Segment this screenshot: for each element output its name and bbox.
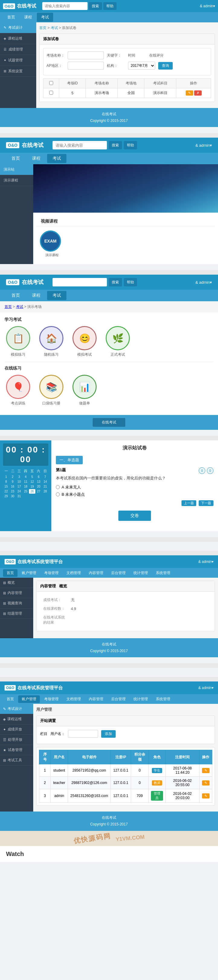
s5-nav-content[interactable]: 内容管理 bbox=[85, 569, 107, 577]
edit-user-1[interactable]: ✎ bbox=[202, 768, 210, 773]
s5-sidebar-video[interactable]: ⊞ 视频查询 bbox=[0, 598, 33, 609]
s6-nav-home[interactable]: 首页 bbox=[3, 695, 17, 703]
s6-nav-exam[interactable]: 考场管理 bbox=[41, 695, 62, 703]
query-button[interactable]: 查询 bbox=[158, 62, 173, 70]
practice-item-1[interactable]: 🎈 考点训练 bbox=[5, 375, 32, 406]
s5-sidebar-overview[interactable]: ⊞ 概览 bbox=[0, 578, 33, 588]
question-nav: 上一题 下一题 bbox=[56, 500, 213, 506]
edit-user-3[interactable]: ✎ bbox=[202, 793, 210, 799]
front-help-btn[interactable]: 帮助 bbox=[124, 141, 137, 150]
s6-add-btn[interactable]: 添加 bbox=[101, 730, 115, 738]
practice-item-2[interactable]: 📚 口袋练习册 bbox=[38, 375, 65, 406]
edit-button[interactable]: ✎ bbox=[186, 91, 193, 95]
user-info[interactable]: & admin▾ bbox=[200, 4, 215, 8]
nav-exam[interactable]: 考试 bbox=[37, 13, 53, 22]
s3-nav-exam[interactable]: 考试 bbox=[47, 291, 66, 300]
time-select[interactable]: 2017年7月 bbox=[128, 62, 155, 70]
s3-breadcrumb: 首页 > 考试 > 演示考场 bbox=[0, 301, 218, 312]
s5-nav-exam[interactable]: 考场管理 bbox=[41, 569, 62, 577]
s5-nav-home[interactable]: 首页 bbox=[3, 569, 17, 577]
sidebar-item-course-ops[interactable]: ◈ 课程运维 bbox=[0, 33, 36, 44]
front-user[interactable]: & admin▾ bbox=[195, 143, 212, 148]
s5-user[interactable]: & admin▾ bbox=[198, 560, 213, 564]
s6-sidebar-process[interactable]: ☰ 处理开放 bbox=[0, 735, 33, 745]
exam-type-random[interactable]: 🏠 随机练习 bbox=[38, 326, 65, 357]
nav-course[interactable]: 课程 bbox=[20, 13, 36, 22]
s6-nav-doc[interactable]: 文档管理 bbox=[63, 695, 85, 703]
front-sidebar-course[interactable]: 演示课程 bbox=[0, 175, 33, 186]
s6-nav-account[interactable]: 账户管理 bbox=[18, 695, 40, 703]
s3-search-input[interactable] bbox=[52, 278, 107, 286]
s3-bc-home[interactable]: 首页 bbox=[5, 305, 12, 309]
s6-sidebar-course[interactable]: ◈ 课程运维 bbox=[0, 714, 33, 724]
s6-nav-content[interactable]: 内容管理 bbox=[85, 695, 107, 703]
s3-bc-exam[interactable]: 考试 bbox=[16, 305, 23, 309]
select-all[interactable] bbox=[49, 81, 53, 85]
s6-user[interactable]: & admin▾ bbox=[198, 686, 213, 690]
s6-sidebar-exam[interactable]: ✎ 考试设计 bbox=[0, 704, 33, 714]
prev-question-btn[interactable]: 上一题 bbox=[182, 500, 196, 506]
user-id-1: 1 bbox=[39, 764, 51, 777]
s5-sidebar-result[interactable]: ⊞ 结题管理 bbox=[0, 609, 33, 619]
s5-sidebar-content[interactable]: ⊞ 内容管理 bbox=[0, 588, 33, 598]
row-checkbox[interactable] bbox=[49, 91, 53, 95]
exam-type-practice[interactable]: 📋 模拟练习 bbox=[5, 326, 32, 357]
p2-label: 口袋练习册 bbox=[38, 401, 65, 406]
s5-nav-account[interactable]: 账户管理 bbox=[18, 569, 40, 577]
option-b-radio[interactable] bbox=[56, 492, 60, 496]
help-button[interactable]: 帮助 bbox=[103, 2, 117, 10]
sidebar-item-questions[interactable]: ✦ 试题管理 bbox=[0, 55, 36, 66]
front-nav-course[interactable]: 课程 bbox=[27, 154, 46, 163]
paper-title: 演示站试卷 bbox=[56, 445, 213, 451]
s6-nav-backend[interactable]: 后台管理 bbox=[107, 695, 129, 703]
front-search-input[interactable] bbox=[52, 141, 107, 150]
exam-type-mock[interactable]: 😊 模拟考试 bbox=[71, 326, 98, 357]
s6-user-table: 序号 用户名 电子邮件 注册IP 积分余额 角色 注册时间 操作 bbox=[39, 750, 212, 803]
practice-item-3[interactable]: 📊 做题单 bbox=[71, 375, 98, 406]
front-nav-home[interactable]: 首页 bbox=[6, 154, 25, 163]
search-input[interactable] bbox=[42, 2, 88, 10]
exam-type-formal[interactable]: 🌿 正式考试 bbox=[104, 326, 131, 357]
front-search-btn[interactable]: 搜索 bbox=[109, 141, 122, 150]
breadcrumb-exam[interactable]: 考试 bbox=[51, 26, 58, 30]
section-user-management: O&O 在线考试系统管理平台 & admin▾ 首页 账户管理 考场管理 文档管… bbox=[0, 681, 218, 868]
edit-user-2[interactable]: ✎ bbox=[202, 780, 210, 786]
user-name-1: student bbox=[51, 764, 68, 777]
s6-sidebar-score[interactable]: ✦ 成绩开放 bbox=[0, 724, 33, 735]
search-button[interactable]: 搜索 bbox=[89, 2, 102, 10]
start-exam-button[interactable]: 在线考试 bbox=[93, 418, 125, 427]
breadcrumb-home[interactable]: 首页 bbox=[39, 26, 46, 30]
s6-sidebar-paper[interactable]: ★ 试卷管理 bbox=[0, 745, 33, 755]
s6-sidebar-tools[interactable]: ⊞ 考试工具 bbox=[0, 755, 33, 765]
cal-wed: 三 bbox=[17, 469, 21, 473]
course-item[interactable]: EXAM 演示课程 bbox=[40, 231, 64, 258]
next-question-btn[interactable]: 下一题 bbox=[199, 500, 213, 506]
front-nav-exam[interactable]: 考试 bbox=[47, 154, 66, 163]
option-a-radio[interactable] bbox=[56, 485, 60, 489]
sidebar-item-scores[interactable]: ☰ 成绩管理 bbox=[0, 44, 36, 55]
s5-nav-sys[interactable]: 系统管理 bbox=[152, 569, 174, 577]
s3-help-btn[interactable]: 帮助 bbox=[124, 278, 137, 286]
cal-day: 31 bbox=[16, 494, 22, 498]
sidebar-item-settings[interactable]: ⊞ 系统设置 bbox=[0, 66, 36, 77]
s3-user[interactable]: & admin▾ bbox=[195, 280, 212, 285]
s6-nav-stats[interactable]: 统计管理 bbox=[130, 695, 152, 703]
s3-nav-home[interactable]: 首页 bbox=[6, 291, 25, 300]
sidebar-item-exam-design[interactable]: ✎ 考试设计 bbox=[0, 22, 36, 33]
section-exam-taking: 00 : 00 : 00 一 二 三 四 五 六 日 1 2 3 4 5 bbox=[0, 441, 218, 537]
exam-name-input[interactable] bbox=[68, 51, 104, 59]
ap-input[interactable] bbox=[68, 62, 104, 70]
s3-nav-course[interactable]: 课程 bbox=[27, 291, 46, 300]
s6-nav-sys[interactable]: 系统管理 bbox=[152, 695, 174, 703]
submit-button[interactable]: 交卷 bbox=[118, 511, 151, 521]
s6-username-filter[interactable] bbox=[68, 730, 98, 738]
front-sidebar-demo[interactable]: 演示站 bbox=[0, 164, 33, 175]
role-badge-1: 学生 bbox=[152, 768, 162, 773]
s5-nav-doc[interactable]: 文档管理 bbox=[63, 569, 85, 577]
course-name: 演示课程 bbox=[40, 253, 64, 258]
s5-nav-backend[interactable]: 后台管理 bbox=[107, 569, 129, 577]
s3-search-btn[interactable]: 搜索 bbox=[109, 278, 122, 286]
nav-home[interactable]: 首页 bbox=[3, 13, 19, 22]
s5-nav-stats[interactable]: 统计管理 bbox=[130, 569, 152, 577]
delete-button[interactable]: ✗ bbox=[194, 91, 202, 95]
